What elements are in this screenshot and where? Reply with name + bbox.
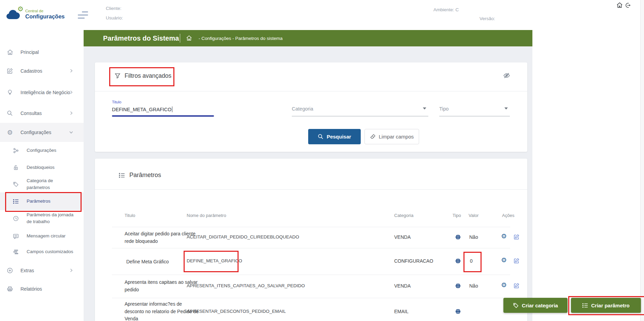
column-header-titulo: Titulo <box>125 213 135 218</box>
home-button[interactable] <box>616 2 623 9</box>
sidebar-item-label: Categoria de parâmetros <box>27 177 77 191</box>
row-nome: APRESENTAR_DESCONTOS_PEDIDO_EMAIL <box>187 309 286 314</box>
text-cursor <box>172 106 173 112</box>
printer-icon <box>6 286 13 292</box>
dropdown-arrow-icon <box>423 107 426 110</box>
search-button[interactable]: Pesquisar <box>308 129 361 144</box>
sidebar-item-label: Consultas <box>20 110 75 117</box>
ambiente-value: C <box>456 7 459 12</box>
tag-icon <box>513 303 519 308</box>
home-icon <box>6 49 13 56</box>
edit-square-icon <box>6 68 13 74</box>
titulo-input-value[interactable]: DEFINE_META_GRAFICO <box>112 107 172 112</box>
app-logo[interactable]: ⚙ Central de Configurações <box>6 7 74 23</box>
list-icon <box>119 173 125 178</box>
row-edit-icon[interactable] <box>514 283 519 289</box>
chevron-right-icon <box>69 111 74 116</box>
sidebar-item-label: Campos customizados <box>27 248 77 255</box>
sidebar-subitem-campos-customizados[interactable]: Campos customizados <box>0 244 84 259</box>
tipo-underline <box>439 116 510 116</box>
chevron-right-icon <box>69 268 74 273</box>
logout-button[interactable] <box>625 2 631 9</box>
row-nome: APRESENTA_ITENS_CAPITAES_AO_SALVAR_PEDID… <box>187 283 305 288</box>
row-settings-icon[interactable]: ⚙ <box>501 257 507 263</box>
titulo-field[interactable]: Titulo DEFINE_META_GRAFICO <box>112 100 214 118</box>
filter-funnel-icon <box>115 73 120 79</box>
row-categoria: VENDA <box>394 234 411 240</box>
create-parameter-button[interactable]: Criar parâmetro <box>571 298 641 313</box>
cluster-icon <box>13 147 19 154</box>
table-row[interactable]: Aceitar digitar pedido para cliente rede… <box>95 227 527 248</box>
sidebar-subitem-parametros[interactable]: Parâmetros <box>0 192 84 210</box>
usuario-label: Usuário: <box>106 15 123 20</box>
chevron-right-icon <box>69 68 74 74</box>
sidebar-item-label: Mensagem circular <box>27 233 77 239</box>
sidebar-subitem-parametros-jornada[interactable]: Parâmetros da jornada de trabalho <box>0 209 84 227</box>
menu-toggle-button[interactable] <box>78 12 88 20</box>
gear-logo-icon: ⚙ <box>17 5 24 12</box>
list-icon <box>582 303 588 308</box>
row-valor: 0 <box>470 258 473 264</box>
ambiente-label: Ambiente: C <box>433 7 459 12</box>
column-header-valor: Valor <box>469 213 478 218</box>
sidebar-item-cadastros[interactable]: Cadastros <box>0 63 84 78</box>
tipo-select[interactable]: Tipo <box>439 100 510 118</box>
message-icon <box>13 233 19 239</box>
sidebar-subitem-mensagem-circular[interactable]: Mensagem circular <box>0 229 84 244</box>
sidebar-item-label: Parâmetros <box>27 198 77 205</box>
sidebar-item-principal[interactable]: Principal <box>0 45 84 60</box>
sidebar-item-configuracoes[interactable]: ⚙ Configurações <box>0 123 84 142</box>
hide-filters-icon[interactable] <box>503 72 510 79</box>
table-row[interactable]: Apresenta itens capitaes ao salvar pedid… <box>95 275 527 298</box>
sidebar-item-relatorios[interactable]: Relatórios <box>0 281 84 296</box>
row-nome: DEFINE_META_GRAFICO <box>187 258 242 263</box>
row-valor: Não <box>469 283 478 289</box>
table-row[interactable]: Define Meta Gráfico DEFINE_META_GRAFICO … <box>95 248 527 275</box>
breadcrumb: - Configurações - Parâmetros do sistema <box>199 36 283 41</box>
sidebar-item-inteligencia-de-negocio[interactable]: Inteligência de Negócio <box>0 84 84 101</box>
tag-icon <box>13 181 19 187</box>
column-header-nome: Nome do parâmetro <box>187 213 226 218</box>
parameters-card: Parâmetros Titulo Nome do parâmetro Cate… <box>95 159 527 321</box>
parameters-title: Parâmetros <box>129 172 161 179</box>
row-settings-icon[interactable]: ⚙ <box>501 233 507 239</box>
sidebar-subitem-configuracoes[interactable]: Configurações <box>0 143 84 158</box>
tipo-placeholder: Tipo <box>439 106 510 112</box>
parameters-title-row: Parâmetros <box>119 172 161 179</box>
categoria-placeholder: Categoria <box>292 106 428 112</box>
page-header: Parâmetros do Sistema - Configurações - … <box>84 30 532 46</box>
sidebar-subitem-desbloqueios[interactable]: Desbloqueios <box>0 160 84 175</box>
cliente-label: Cliente: <box>106 6 121 11</box>
versao-label: Versão: <box>480 16 495 21</box>
categoria-select[interactable]: Categoria <box>292 100 428 118</box>
row-edit-icon[interactable] <box>514 258 519 264</box>
page-title: Parâmetros do Sistema <box>103 34 179 42</box>
sidebar-item-label: Cadastros <box>20 68 75 75</box>
search-icon <box>6 110 13 117</box>
globe-icon <box>455 258 461 264</box>
row-edit-icon[interactable] <box>514 234 519 240</box>
sidebar-item-label: Parâmetros da jornada de trabalho <box>27 211 77 225</box>
row-categoria: VENDA <box>394 283 411 289</box>
header-divider <box>180 34 180 43</box>
create-category-button[interactable]: Criar categoria <box>503 298 568 313</box>
sidebar-item-consultas[interactable]: Consultas <box>0 106 84 121</box>
sidebar-subitem-categoria-de-parametros[interactable]: Categoria de parâmetros <box>0 175 84 193</box>
breadcrumb-home-icon[interactable] <box>186 35 192 41</box>
lightbulb-icon <box>6 89 13 96</box>
list-icon <box>13 198 19 204</box>
sidebar-item-label: Principal <box>20 49 75 56</box>
sidebar-item-extras[interactable]: Extras <box>0 263 84 278</box>
sidebar-item-label: Configurações <box>27 147 77 154</box>
column-header-tipo: Tipo <box>453 213 461 218</box>
scrollbar-track[interactable] <box>640 0 644 321</box>
clear-fields-button[interactable]: Limpar campos <box>364 129 419 144</box>
sidebar-item-label: Inteligência de Negócio <box>20 89 75 96</box>
table-row[interactable]: Apresentar informac?es de desconto no re… <box>95 298 527 321</box>
search-icon <box>318 134 324 140</box>
sidebar-item-label: Extras <box>20 267 75 274</box>
filters-title-row[interactable]: Filtros avançados <box>115 70 171 81</box>
titulo-field-label: Titulo <box>112 100 214 104</box>
row-categoria: EMAIL <box>394 309 409 314</box>
row-settings-icon[interactable]: ⚙ <box>501 282 507 288</box>
